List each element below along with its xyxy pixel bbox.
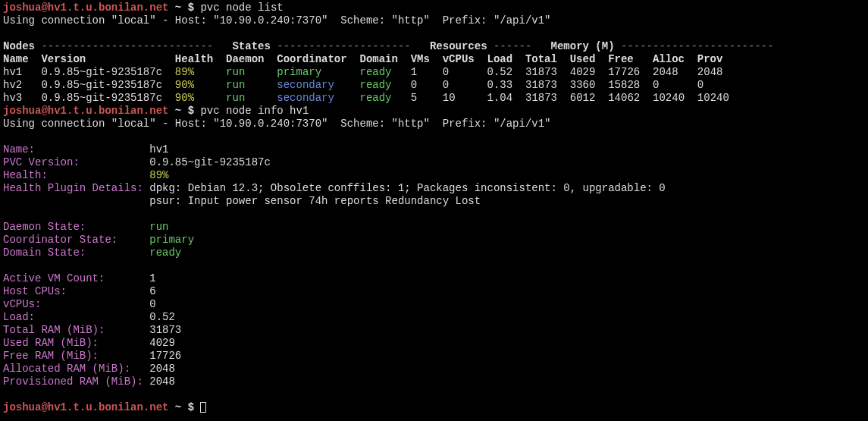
section-header: Nodes --------------------------- States… [3, 40, 865, 53]
prompt-line[interactable]: joshua@hv1.t.u.bonilan.net ~ $ pvc node … [3, 2, 865, 14]
info-line: Free RAM (MiB): 17726 [3, 350, 865, 363]
prompt-line[interactable]: joshua@hv1.t.u.bonilan.net ~ $ pvc node … [3, 105, 865, 118]
info-line: Allocated RAM (MiB): 2048 [3, 363, 865, 375]
column-headers: Name Version Health Daemon Coordinator D… [3, 53, 865, 66]
info-line: Domain State: ready [3, 247, 865, 259]
info-line: Total RAM (MiB): 31873 [3, 324, 865, 337]
info-line: Health Plugin Details: dpkg: Debian 12.3… [3, 182, 865, 195]
info-line: Load: 0.52 [3, 311, 865, 324]
info-line: Coordinator State: primary [3, 234, 865, 247]
prompt-line[interactable]: joshua@hv1.t.u.bonilan.net ~ $ [3, 401, 865, 414]
info-line: Provisioned RAM (MiB): 2048 [3, 375, 865, 388]
info-line: Host CPUs: 6 [3, 285, 865, 298]
connection-info: Using connection "local" - Host: "10.90.… [3, 118, 865, 130]
table-row: hv1 0.9.85~git-9235187c 89% run primary … [3, 66, 865, 79]
table-row: hv3 0.9.85~git-9235187c 90% run secondar… [3, 92, 865, 105]
cursor-icon [200, 402, 206, 413]
info-line: Daemon State: run [3, 221, 865, 234]
info-line: PVC Version: 0.9.85~git-9235187c [3, 156, 865, 169]
info-line: Active VM Count: 1 [3, 272, 865, 285]
info-line: Health: 89% [3, 169, 865, 182]
info-line: vCPUs: 0 [3, 298, 865, 311]
info-line: psur: Input power sensor 74h reports Red… [3, 195, 865, 208]
table-row: hv2 0.9.85~git-9235187c 90% run secondar… [3, 79, 865, 92]
connection-info: Using connection "local" - Host: "10.90.… [3, 14, 865, 27]
info-line: Name: hv1 [3, 143, 865, 156]
info-line: Used RAM (MiB): 4029 [3, 337, 865, 350]
